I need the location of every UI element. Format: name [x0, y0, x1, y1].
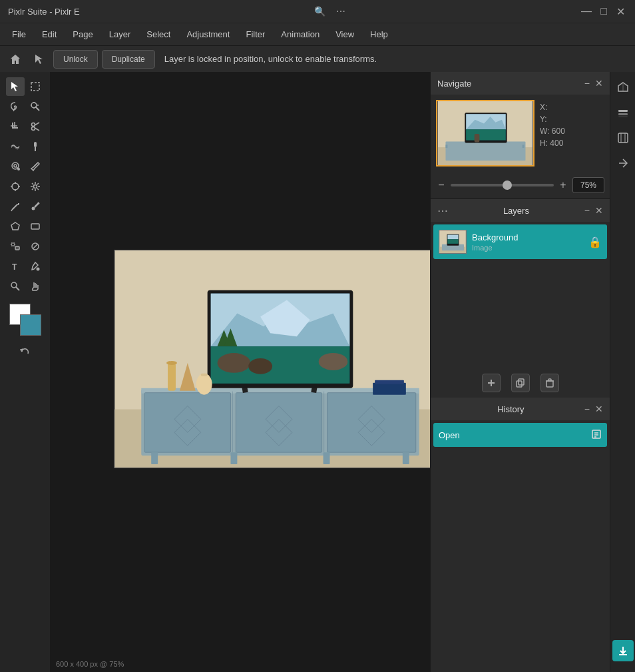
move-tool[interactable]	[6, 237, 25, 256]
menu-help[interactable]: Help	[363, 27, 395, 42]
svg-rect-35	[31, 224, 39, 229]
menu-adjustment[interactable]: Adjustment	[180, 27, 236, 42]
heal-tool[interactable]	[6, 137, 25, 156]
svg-marker-34	[11, 222, 19, 230]
scissors-tool[interactable]	[26, 117, 45, 136]
svg-text:T: T	[12, 262, 17, 272]
magic-wand-tool[interactable]	[26, 97, 45, 116]
svg-point-5	[31, 103, 37, 108]
history-close-button[interactable]: ✕	[595, 404, 603, 414]
text-tools: T	[6, 257, 45, 276]
layers-more-button[interactable]: ⋯	[437, 204, 448, 217]
svg-rect-17	[35, 147, 36, 150]
pencil-tool[interactable]	[6, 197, 25, 216]
eyedropper-tool[interactable]	[26, 197, 45, 216]
svg-rect-103	[519, 379, 524, 385]
layers-panel-toggle[interactable]	[613, 103, 633, 123]
canvas-status: 600 x 400 px @ 75%	[56, 660, 124, 668]
history-title: History	[437, 404, 584, 414]
svg-point-68	[218, 353, 251, 373]
toolbar: Unlock Duplicate Layer is locked in posi…	[0, 45, 635, 72]
menu-bar: File Edit Page Layer Select Adjustment F…	[0, 23, 635, 45]
layers-empty-space	[431, 262, 610, 368]
gradient-tool[interactable]	[26, 237, 45, 256]
history-panel-toggle[interactable]	[613, 153, 633, 173]
dropper-tool[interactable]	[26, 157, 45, 176]
navigate-panel-toggle[interactable]	[613, 77, 633, 97]
dodge-tool[interactable]	[6, 177, 25, 196]
svg-rect-98	[447, 235, 458, 240]
menu-page[interactable]: Page	[66, 27, 99, 42]
svg-point-13	[31, 127, 35, 131]
zoom-thumb[interactable]	[503, 180, 512, 190]
duplicate-button[interactable]: Duplicate	[102, 50, 155, 69]
duplicate-layer-button[interactable]	[511, 374, 530, 392]
navigate-minimize-button[interactable]: −	[584, 78, 590, 89]
clone-tool[interactable]	[6, 157, 25, 176]
add-layer-button[interactable]	[482, 374, 501, 392]
select-tool[interactable]	[6, 77, 25, 96]
rect-tool[interactable]	[26, 217, 45, 236]
download-button[interactable]	[612, 640, 634, 661]
zoom-slider[interactable]	[451, 184, 554, 186]
home-button[interactable]	[5, 49, 25, 69]
tools-sidebar: T	[0, 72, 51, 672]
svg-rect-114	[618, 113, 628, 115]
layer-thumbnail	[439, 230, 467, 254]
polygon-tool[interactable]	[6, 217, 25, 236]
gear-tool[interactable]	[26, 177, 45, 196]
layers-close-button[interactable]: ✕	[595, 205, 603, 216]
svg-line-31	[11, 210, 12, 211]
undo-button[interactable]	[16, 342, 35, 361]
history-content: Open	[431, 420, 610, 450]
menu-select[interactable]: Select	[140, 27, 177, 42]
svg-point-29	[33, 185, 37, 188]
foreground-color-swatch[interactable]	[20, 314, 41, 336]
lasso-tool[interactable]	[6, 97, 25, 116]
zoom-out-button[interactable]: −	[436, 179, 447, 191]
menu-animation[interactable]: Animation	[274, 27, 326, 42]
marquee-tool[interactable]	[26, 77, 45, 96]
menu-view[interactable]: View	[329, 27, 361, 42]
history-minimize-button[interactable]: −	[584, 404, 590, 414]
zoom-tool[interactable]	[6, 277, 25, 296]
close-button[interactable]: ✕	[615, 5, 627, 17]
nav-zoom-row: − + 75%	[431, 172, 610, 198]
title-bar: Pixlr Suite - Pixlr E 🔍 ⋯ — □ ✕	[0, 0, 635, 23]
hand-tool[interactable]	[26, 277, 45, 296]
svg-rect-84	[445, 141, 525, 161]
svg-marker-1	[11, 82, 18, 91]
text-tool[interactable]: T	[6, 257, 25, 276]
navigate-close-button[interactable]: ✕	[595, 78, 603, 89]
layers-minimize-button[interactable]: −	[584, 205, 590, 216]
zoom-in-button[interactable]: +	[558, 179, 568, 191]
layer-item-background[interactable]: Background Image 🔒	[433, 224, 607, 259]
crop-tool[interactable]	[6, 117, 25, 136]
delete-layer-button[interactable]	[540, 374, 559, 392]
menu-file[interactable]: File	[5, 27, 33, 42]
minimize-button[interactable]: —	[580, 5, 592, 17]
select-tools	[6, 77, 45, 96]
menu-edit[interactable]: Edit	[35, 27, 63, 42]
history-item-open[interactable]: Open	[433, 423, 607, 447]
layer-lock-icon[interactable]: 🔒	[588, 236, 602, 248]
svg-point-12	[31, 123, 35, 127]
menu-layer[interactable]: Layer	[103, 27, 138, 42]
unlock-button[interactable]: Unlock	[53, 50, 98, 69]
shape-tools	[6, 217, 45, 236]
canvas-area[interactable]: 600 x 400 px @ 75%	[51, 72, 430, 672]
menu-filter[interactable]: Filter	[239, 27, 272, 42]
navigate-title: Navigate	[437, 79, 471, 89]
more-icon[interactable]: ⋯	[336, 6, 345, 17]
maximize-button[interactable]: □	[598, 5, 610, 17]
far-right-panel	[610, 72, 635, 672]
history-item-label: Open	[439, 430, 460, 440]
svg-rect-16	[34, 142, 37, 147]
brush-tool[interactable]	[26, 137, 45, 156]
navigate-panel-controls: − ✕	[584, 78, 603, 89]
cursor-tool-button[interactable]	[29, 49, 49, 69]
zoom-value[interactable]: 75%	[572, 177, 604, 193]
fill-tool[interactable]	[26, 257, 45, 276]
search-icon[interactable]: 🔍	[314, 6, 325, 17]
export-panel-toggle[interactable]	[613, 128, 633, 148]
